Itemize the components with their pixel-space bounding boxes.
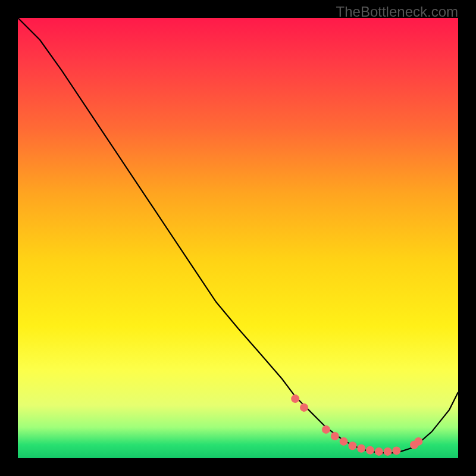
marker-point xyxy=(357,444,365,453)
marker-point xyxy=(414,437,422,446)
chart-svg xyxy=(18,18,458,458)
marker-point xyxy=(348,441,356,450)
plot-area xyxy=(18,18,458,458)
marker-point xyxy=(291,394,299,403)
marker-point xyxy=(340,437,348,446)
marker-point xyxy=(366,446,374,455)
marker-point xyxy=(392,446,400,455)
marker-point xyxy=(375,447,383,456)
watermark-text: TheBottleneck.com xyxy=(336,4,458,20)
curve-line xyxy=(18,18,458,453)
marker-point xyxy=(331,432,339,440)
chart-container: TheBottleneck.com xyxy=(0,0,476,476)
marker-point xyxy=(300,403,308,412)
marker-point xyxy=(384,447,392,456)
marker-point xyxy=(322,425,330,434)
